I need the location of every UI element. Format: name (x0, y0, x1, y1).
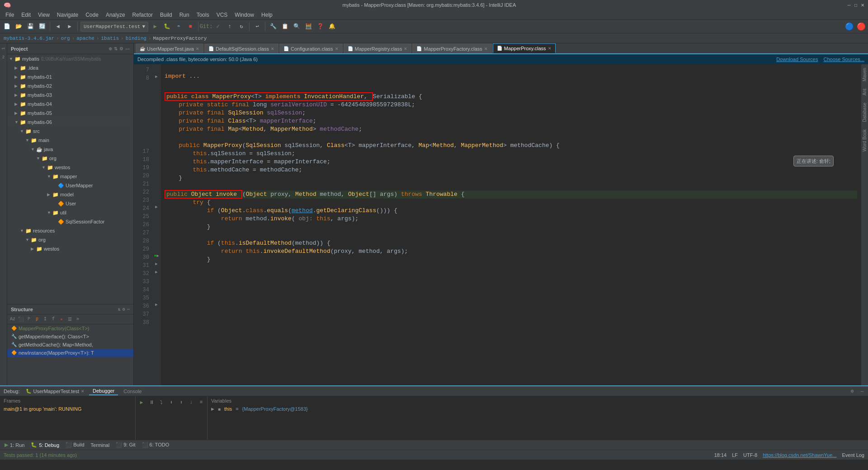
extra-icon1[interactable]: 🔵 (844, 22, 854, 32)
step-over-btn[interactable]: ⤵ (157, 398, 165, 406)
tree-item-model[interactable]: ▶ 📁 model (7, 190, 133, 199)
maven-tab[interactable]: Maven (861, 64, 868, 85)
fold-arrow-36[interactable]: ▶ (155, 302, 157, 307)
project-icon[interactable]: 1 (0, 45, 7, 52)
notification-icon[interactable]: 🔔 (327, 22, 337, 32)
tab-close-registry[interactable]: ✕ (404, 47, 407, 51)
debug-close-btn[interactable]: — (858, 387, 866, 395)
debug-tool-btn[interactable]: 🐛 5: Debug (28, 441, 62, 449)
clipboard-icon[interactable]: 📋 (280, 22, 290, 32)
run-config-dropdown[interactable]: UserMapperTest.test ▼ (80, 22, 148, 32)
debug-session-tab[interactable]: 🐛 UserMapperTest.test ✕ (23, 388, 87, 395)
breadcrumb-item-apache[interactable]: apache (76, 36, 94, 41)
structure-sort-icon[interactable]: ⇅ (118, 307, 121, 312)
show-fields-btn[interactable]: f (50, 316, 57, 323)
debug-button[interactable]: 🐛 (162, 22, 172, 32)
menu-help[interactable]: Help (258, 11, 276, 19)
breadcrumb-item-binding[interactable]: binding (126, 36, 146, 41)
tree-item-westos[interactable]: ▼ 📁 westos (7, 163, 133, 172)
menu-tools[interactable]: Tools (193, 11, 213, 19)
debug-session-close[interactable]: ✕ (81, 389, 85, 394)
show-private-btn[interactable]: p (33, 316, 41, 323)
tree-item-org[interactable]: ▼ 📁 org (7, 154, 133, 163)
tab-mapperproxyfactory[interactable]: 📄 MapperProxyFactory.class ✕ (412, 43, 491, 53)
close-button[interactable]: ✕ (861, 3, 864, 8)
sort-type-btn[interactable]: ⬛ (17, 316, 24, 323)
console-tab[interactable]: Console (120, 388, 145, 395)
step-out-btn[interactable]: ⬆ (177, 398, 185, 406)
tree-item-westos2[interactable]: ▶ 📁 westos (7, 244, 133, 253)
git-refresh-button[interactable]: ↻ (236, 22, 246, 32)
tree-item-mybatis06[interactable]: ▼ 📁 mybatis-06 (7, 118, 133, 127)
menu-build[interactable]: Build (156, 11, 176, 19)
todo-tool-btn[interactable]: ⬛ 6: TODO (139, 441, 172, 449)
forward-button[interactable]: ▶ (65, 22, 75, 32)
menu-file[interactable]: File (2, 11, 18, 19)
project-add-icon[interactable]: ⊕ (108, 46, 112, 51)
tree-item-util[interactable]: ▼ 📁 util (7, 208, 133, 217)
menu-refactor[interactable]: Refactor (129, 11, 156, 19)
word-book-tab[interactable]: Word Book (861, 126, 868, 155)
evaluate-btn[interactable]: ≡ (197, 398, 205, 406)
tab-defaultsqlsession[interactable]: 📄 DefaultSqlSession.class ✕ (204, 43, 278, 53)
tree-item-mybatis01[interactable]: ▶ 📁 mybatis-01 (7, 72, 133, 81)
git-update-button[interactable]: ↑ (225, 22, 235, 32)
undo-button[interactable]: ↩ (252, 22, 262, 32)
tree-item-usermapper[interactable]: ▶ 🔷 UserMapper (7, 181, 133, 190)
tree-item-org2[interactable]: ▼ 📁 org (7, 235, 133, 244)
var-item-this[interactable]: ▶ ■ this = {MapperProxyFactory@1583} (211, 405, 864, 413)
tab-close-defaultsql[interactable]: ✕ (271, 47, 274, 51)
tree-item-src[interactable]: ▼ 📁 src (7, 127, 133, 136)
tree-item-main[interactable]: ▼ 📁 main (7, 136, 133, 145)
tree-item-mybatis04[interactable]: ▶ 📁 mybatis-04 (7, 100, 133, 109)
step-into-btn[interactable]: ⬇ (167, 398, 175, 406)
menu-window[interactable]: Window (231, 11, 258, 19)
tree-item-mybatis05[interactable]: ▶ 📁 mybatis-05 (7, 109, 133, 118)
fold-arrow-30[interactable]: ▶ (156, 253, 159, 258)
wrench-icon[interactable]: 🔧 (268, 22, 278, 32)
sync-button[interactable]: 🔄 (37, 22, 47, 32)
project-collapse-icon[interactable]: — (125, 46, 130, 51)
breadcrumb-item-ibatis[interactable]: ibatis (101, 36, 119, 41)
run-with-coverage-button[interactable]: ☂ (174, 22, 184, 32)
tree-item-idea[interactable]: ▶ 📁 .idea (7, 63, 133, 72)
stop-button[interactable]: ■ (185, 22, 195, 32)
calculator-icon[interactable]: 🧮 (303, 22, 313, 32)
fold-arrow-32[interactable]: ▶ (155, 270, 157, 275)
show-public-btn[interactable]: P (25, 316, 33, 323)
tree-item-mapper[interactable]: ▼ 📁 mapper (7, 172, 133, 181)
tab-usermappertest[interactable]: ☕ UserMapperTest.java ✕ (136, 43, 203, 53)
tree-item-mybatis03[interactable]: ▶ 📁 mybatis-03 (7, 90, 133, 100)
choose-sources-link[interactable]: Choose Sources... (824, 57, 865, 62)
tab-close-factory[interactable]: ✕ (484, 47, 488, 51)
close-btn[interactable]: ✕ (58, 316, 65, 323)
menu-code[interactable]: Code (82, 11, 102, 19)
tab-configuration[interactable]: 📄 Configuration.class ✕ (279, 43, 343, 53)
structure-settings-icon[interactable]: ⚙ (123, 307, 125, 312)
filter-btn[interactable]: ☰ (66, 316, 73, 323)
fold-arrow-31[interactable]: ▶ (155, 261, 157, 266)
show-inherited-btn[interactable]: I (42, 316, 49, 323)
git-tool-btn[interactable]: ⬛ 9: Git (113, 441, 138, 449)
menu-view[interactable]: View (34, 11, 53, 19)
struct-item-getmapper[interactable]: 🔧 getMapperInterface(): Class<T> (7, 332, 133, 341)
tree-item-mybatis02[interactable]: ▶ 📁 mybatis-02 (7, 81, 133, 90)
download-sources-link[interactable]: Download Sources (776, 57, 818, 62)
save-all-button[interactable]: 💾 (25, 22, 35, 32)
debugger-tab[interactable]: Debugger (89, 387, 118, 395)
minimize-button[interactable]: ─ (848, 3, 851, 8)
project-sort-icon[interactable]: ⇅ (114, 46, 118, 51)
frame-item-main[interactable]: main@1 in group 'main': RUNNING (4, 405, 132, 413)
database-tab[interactable]: Database (861, 99, 868, 126)
debug-settings-btn[interactable]: ⚙ (848, 387, 856, 395)
menu-edit[interactable]: Edit (18, 11, 34, 19)
menu-navigate[interactable]: Navigate (53, 11, 82, 19)
new-file-button[interactable]: 📄 (2, 22, 12, 32)
blog-link[interactable]: https://blog.csdn.net/ShawnYue... (763, 452, 836, 458)
struct-item-getmethodcache[interactable]: 🔧 getMethodCache(): Map<Method, (7, 341, 133, 349)
fold-arrow-8[interactable]: ▶ (155, 74, 157, 79)
run-button[interactable]: ▶ (150, 22, 160, 32)
ant-tab[interactable]: Ant (861, 85, 868, 99)
pause-btn[interactable]: ⏸ (147, 398, 156, 406)
help-icon[interactable]: ❓ (315, 22, 325, 32)
